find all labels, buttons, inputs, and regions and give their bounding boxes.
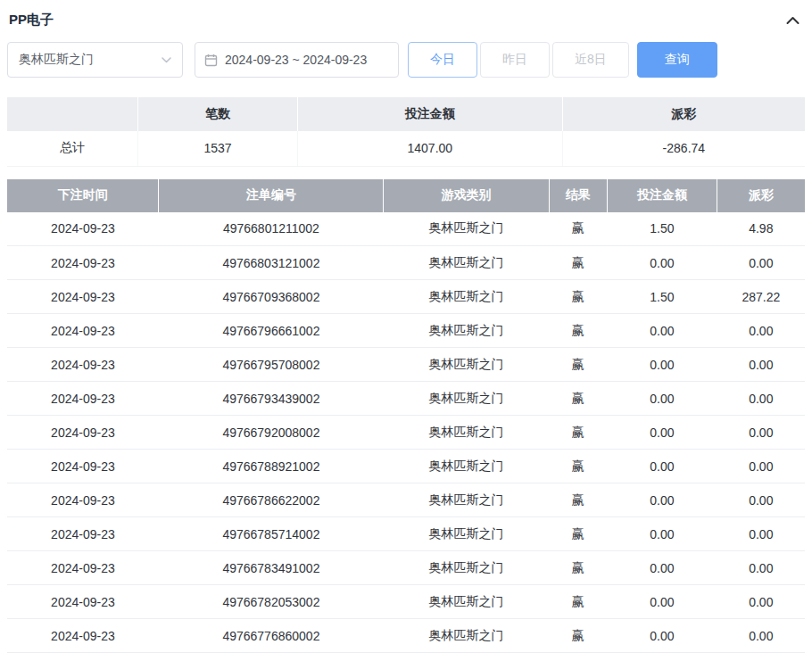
summary-total-payout: -286.74 [562,131,805,166]
summary-header-bet-amount: 投注金额 [297,97,562,131]
summary-header-count: 笔数 [138,97,298,131]
cell-game-type: 奥林匹斯之门 [384,348,549,382]
cell-bet-amount: 0.00 [607,348,717,382]
cell-payout: 0.00 [717,382,805,416]
cell-bet-time: 2024-09-23 [7,551,159,585]
cell-result: 赢 [549,551,607,585]
quick-button-last-8-days[interactable]: 近8日 [552,42,629,78]
cell-bet-amount: 0.00 [607,246,717,280]
cell-payout: 0.00 [717,551,805,585]
table-row: 2024-09-2349766776860002奥林匹斯之门赢0.000.00 [7,619,805,653]
cell-bet-time: 2024-09-23 [7,450,159,483]
cell-bet-amount: 0.00 [607,314,717,348]
cell-bet-id: 49766782053002 [159,585,384,619]
table-row: 2024-09-2349766796661002奥林匹斯之门赢0.000.00 [7,314,805,348]
cell-bet-id: 49766783491002 [159,551,384,585]
search-button[interactable]: 查询 [637,42,717,78]
cell-bet-amount: 0.00 [607,483,717,517]
cell-result: 赢 [549,619,607,653]
cell-bet-id: 49766709368002 [159,280,384,314]
cell-bet-time: 2024-09-23 [7,348,159,382]
cell-payout: 0.00 [717,619,805,653]
cell-game-type: 奥林匹斯之门 [384,416,549,450]
cell-result: 赢 [549,212,607,246]
cell-payout: 0.00 [717,416,805,450]
cell-bet-id: 49766788921002 [159,450,384,483]
cell-payout: 0.00 [717,348,805,382]
quick-button-today[interactable]: 今日 [408,42,477,78]
bet-table-header-row: 下注时间 注单编号 游戏类别 结果 投注金额 派彩 [7,179,805,212]
pp-games-panel: PP电子 奥林匹斯之门 2024-09-23 ~ 2024-09-23 今日 [0,0,812,653]
cell-result: 赢 [549,450,607,483]
chevron-down-icon [162,57,171,63]
cell-bet-time: 2024-09-23 [7,483,159,517]
cell-bet-id: 49766801211002 [159,212,384,246]
summary-total-label: 总计 [7,131,138,166]
summary-header-empty [7,97,138,131]
cell-bet-id: 49766795708002 [159,348,384,382]
filter-bar: 奥林匹斯之门 2024-09-23 ~ 2024-09-23 今日 昨日 近8日… [7,42,805,78]
header-payout: 派彩 [717,179,805,212]
cell-payout: 0.00 [717,585,805,619]
table-row: 2024-09-2349766709368002奥林匹斯之门赢1.50287.2… [7,280,805,314]
cell-bet-time: 2024-09-23 [7,416,159,450]
cell-payout: 0.00 [717,483,805,517]
cell-bet-amount: 0.00 [607,585,717,619]
cell-bet-time: 2024-09-23 [7,619,159,653]
cell-bet-amount: 0.00 [607,619,717,653]
summary-header-row: 笔数 投注金额 派彩 [7,97,805,131]
collapse-chevron-up-icon[interactable] [786,16,800,25]
calendar-icon [204,54,218,67]
date-range-picker[interactable]: 2024-09-23 ~ 2024-09-23 [195,42,399,78]
cell-bet-amount: 0.00 [607,382,717,416]
quick-button-yesterday[interactable]: 昨日 [480,42,550,78]
cell-payout: 0.00 [717,450,805,483]
cell-result: 赢 [549,416,607,450]
cell-game-type: 奥林匹斯之门 [384,382,549,416]
cell-bet-id: 49766796661002 [159,314,384,348]
table-row: 2024-09-2349766783491002奥林匹斯之门赢0.000.00 [7,551,805,585]
header-bet-time: 下注时间 [7,179,159,212]
cell-bet-id: 49766792008002 [159,416,384,450]
table-row: 2024-09-2349766786622002奥林匹斯之门赢0.000.00 [7,483,805,517]
cell-result: 赢 [549,280,607,314]
page-title: PP电子 [9,12,54,29]
cell-result: 赢 [549,314,607,348]
cell-bet-amount: 0.00 [607,416,717,450]
cell-game-type: 奥林匹斯之门 [384,450,549,483]
header-bet-amount: 投注金额 [607,179,717,212]
cell-bet-time: 2024-09-23 [7,382,159,416]
header-game-type: 游戏类别 [384,179,549,212]
cell-payout: 4.98 [717,212,805,246]
game-select[interactable]: 奥林匹斯之门 [7,42,183,78]
bet-table-body: 2024-09-2349766801211002奥林匹斯之门赢1.504.982… [7,212,805,653]
cell-bet-id: 49766785714002 [159,517,384,551]
cell-payout: 0.00 [717,517,805,551]
table-row: 2024-09-2349766795708002奥林匹斯之门赢0.000.00 [7,348,805,382]
cell-bet-amount: 0.00 [607,450,717,483]
cell-payout: 0.00 [717,314,805,348]
table-row: 2024-09-2349766782053002奥林匹斯之门赢0.000.00 [7,585,805,619]
cell-result: 赢 [549,382,607,416]
game-select-value: 奥林匹斯之门 [19,52,94,68]
panel-header: PP电子 [7,0,805,42]
table-row: 2024-09-2349766788921002奥林匹斯之门赢0.000.00 [7,450,805,483]
cell-game-type: 奥林匹斯之门 [384,483,549,517]
cell-bet-amount: 0.00 [607,517,717,551]
cell-bet-time: 2024-09-23 [7,585,159,619]
cell-bet-id: 49766803121002 [159,246,384,280]
cell-payout: 287.22 [717,280,805,314]
cell-game-type: 奥林匹斯之门 [384,280,549,314]
cell-result: 赢 [549,483,607,517]
cell-bet-time: 2024-09-23 [7,517,159,551]
header-bet-id: 注单编号 [159,179,384,212]
date-range-value: 2024-09-23 ~ 2024-09-23 [225,53,367,67]
cell-bet-time: 2024-09-23 [7,280,159,314]
bet-table: 下注时间 注单编号 游戏类别 结果 投注金额 派彩 2024-09-234976… [7,179,805,654]
cell-result: 赢 [549,246,607,280]
table-row: 2024-09-2349766801211002奥林匹斯之门赢1.504.98 [7,212,805,246]
cell-bet-id: 49766793439002 [159,382,384,416]
cell-game-type: 奥林匹斯之门 [384,551,549,585]
table-row: 2024-09-2349766785714002奥林匹斯之门赢0.000.00 [7,517,805,551]
cell-bet-time: 2024-09-23 [7,212,159,246]
